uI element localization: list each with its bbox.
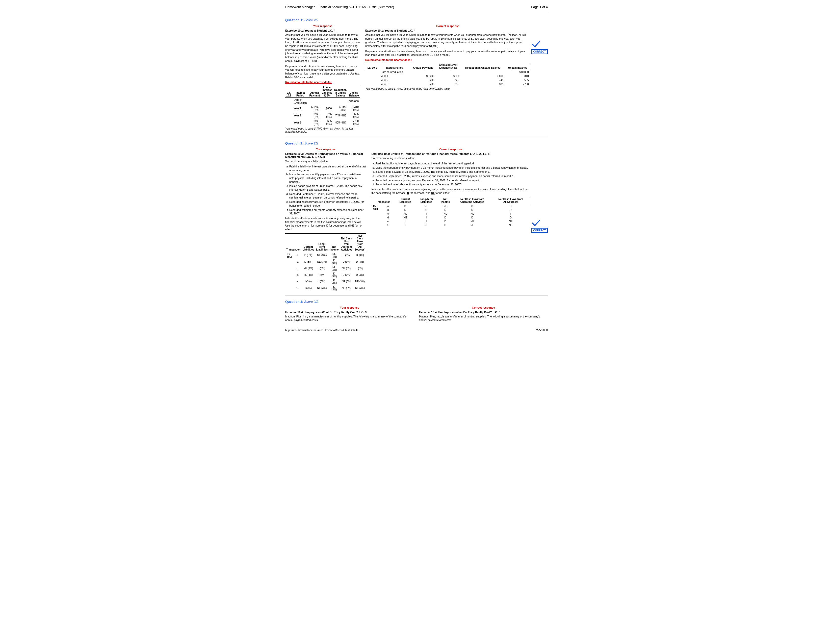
q2-exercise-title-left: Exercise 10.3: Effects of Transactions o… <box>285 152 366 158</box>
divider-2 <box>285 137 548 137</box>
th-current-l: CurrentLiabilities <box>301 233 315 252</box>
th-reduction-r: Reduction in Unpaid Balance <box>460 63 505 70</box>
table-row: Year 2 1490 745 745 8565 <box>365 78 530 82</box>
q3-your-response: Your response Exercise 10.4: Employees—W… <box>285 306 414 324</box>
table-row: Ex.10.3 a. D NE NE D D <box>371 204 530 208</box>
table-row: c. NE (3%) I (3%) NE (3%) NE (3%) I (3%) <box>285 265 366 272</box>
q1-exercise-title-right: Exercise 10.1: You as a Student L.O. 4 <box>365 29 530 32</box>
th-opcash-r: Net Cash Flow fromOperating Activities <box>453 197 491 204</box>
list-item: Recorded necessary adjusting entry on De… <box>289 200 366 207</box>
th-transaction-l: Transaction <box>285 233 301 252</box>
th-allcash-l: Net Cash Flow (fromAll Sources) <box>354 233 367 252</box>
table-row: Year 1 $ 1490 $800 $ 690 9310 <box>365 74 530 78</box>
th-current-r: CurrentLiabilities <box>395 197 415 204</box>
list-item: Issued bonds payable at 98 on March 1, 2… <box>289 184 366 192</box>
q2-heading: Question 2: Score 2/2 <box>285 142 548 145</box>
q1-body-right: Assume that you will have a 10-year, $10… <box>365 33 530 48</box>
table-row: Ex.10.3 a. D (3%) NE (3%) NE (3%) D (3%)… <box>285 252 366 259</box>
q2-columns: Your response Exercise 10.3: Effects of … <box>285 148 548 291</box>
q1-prepare-left: Prepare an amortization schedule showing… <box>285 64 360 79</box>
q1-right-wrapper: Correct response Exercise 10.1: You as a… <box>365 24 548 133</box>
list-item: Recorded estimated six-month warranty ex… <box>289 208 366 216</box>
table-row: Year 3 1490 (8%) 685 (8%) 805 (8%) 7760 … <box>285 119 360 126</box>
q1-round-right: Round amounts to the nearest dollar. <box>365 58 530 61</box>
list-item: Recorded September 1, 2007, interest exp… <box>289 192 366 200</box>
q2-events-list-right: Paid the liability for interest payable … <box>375 162 530 187</box>
page-wrapper: Homework Manager - Financial Accounting … <box>285 5 548 332</box>
footer-url: http://mh7.brownstone.net/modules/viewRe… <box>285 328 358 332</box>
q3-score: Score 2/2 <box>304 300 318 304</box>
table-row: c. NE I NE NE I <box>371 212 530 216</box>
th-allcash-r: Net Cash Flow (fromAll Sources) <box>491 197 530 204</box>
table-row: d. NE I D D D <box>371 216 530 219</box>
q3-correct-label: Correct response <box>419 306 548 309</box>
q1-body-left: Assume that you will have a 10-year, $10… <box>285 33 360 63</box>
top-divider <box>285 14 548 14</box>
q3-columns: Your response Exercise 10.4: Employees—W… <box>285 306 548 324</box>
q3-heading: Question 3: Score 2/2 <box>285 300 548 304</box>
table-row: Year 1 $ 1490 (8%) $800 $ 690 (8%) 9310 … <box>285 105 360 112</box>
th-ex: Ex. 10.1 <box>285 85 292 98</box>
footer-date: 7/25/2008 <box>536 328 548 332</box>
th-longterm-l: Long-TermLiabilities <box>315 233 329 252</box>
correct-badge-q2: CORRECT <box>531 228 548 233</box>
q2-indicate-right: Indicate the effects of each transaction… <box>371 187 530 195</box>
q1-your-response: Your response Exercise 10.1: You as a St… <box>285 24 360 133</box>
q3-exercise-title-right: Exercise 10.4: Employees—What Do They Re… <box>419 311 548 314</box>
checkmark-icon <box>531 40 540 49</box>
th-opcash-l: Net Cash Flow fromOperating Activities <box>339 233 354 252</box>
q1-prepare-right: Prepare an amortization schedule showing… <box>365 50 530 57</box>
th-period-r: Interest Period <box>379 63 410 70</box>
correct-badge-q1: CORRECT <box>531 49 548 54</box>
th-longterm-r: Long-TermLiabilities <box>415 197 437 204</box>
q1-amort-table-right: Ex. 10.1 Interest Period Annual Payment … <box>365 63 530 86</box>
q1-note-right: You would need to save $ 7760, as shown … <box>365 87 530 90</box>
table-row: Date of Graduation $10,000 <box>365 70 530 74</box>
q2-indicate-left: Indicate the effects of each transaction… <box>285 216 366 231</box>
question-3: Question 3: Score 2/2 Your response Exer… <box>285 300 548 324</box>
table-row: d. NE (3%) I (3%) D (3%) D (3%) D (3%) <box>285 272 366 278</box>
page-header: Homework Manager - Financial Accounting … <box>285 5 548 9</box>
page-number: Page 1 of 4 <box>531 5 548 9</box>
th-interest-r: Annual InterestExpense @ 8% <box>436 63 460 70</box>
table-row: Date of Graduation $10,000 <box>285 98 360 105</box>
list-item: Made the current monthly payment on a 12… <box>375 166 530 170</box>
q2-score: Score 2/2 <box>304 142 318 145</box>
checkmark-icon-q2 <box>531 219 540 227</box>
table-row: b. D (3%) NE (3%) D (3%) D (3%) D (3%) <box>285 259 366 265</box>
q3-correct-response: Correct response Exercise 10.4: Employee… <box>419 306 548 324</box>
q2-exercise-title-right: Exercise 10.3: Effects of Transactions o… <box>371 152 530 155</box>
th-payment: Annual Payment <box>308 85 321 98</box>
q2-intro-left: Six events relating to liabilities follo… <box>285 159 366 163</box>
q3-body-left: Magnum Plus, Inc., is a manufacturer of … <box>285 315 414 322</box>
table-row: Year 2 1490 (8%) 745 (8%) 745 (8%) 8565 … <box>285 112 360 119</box>
list-item: Recorded estimated six-month warranty ex… <box>375 183 530 187</box>
th-transaction-r: Transaction <box>371 197 395 204</box>
q2-your-response: Your response Exercise 10.3: Effects of … <box>285 148 366 291</box>
q1-columns: Your response Exercise 10.1: You as a St… <box>285 24 548 133</box>
th-payment-r: Annual Payment <box>410 63 436 70</box>
q1-amort-table-left: Ex. 10.1 Interest Period Annual Payment … <box>285 85 360 126</box>
table-row: e. I (3%) I (3%) D (3%) NE (3%) NE (3%) <box>285 278 366 285</box>
question-1: Question 1: Score 2/2 Your response Exer… <box>285 18 548 133</box>
th-interest: Annual InterestExpense @ 8% <box>321 85 333 98</box>
th-net-l: NetIncome <box>329 233 339 252</box>
th-balance-r: Unpaid Balance <box>505 63 530 70</box>
q1-label: Question 1: <box>285 18 304 22</box>
q3-exercise-title-left: Exercise 10.4: Employees—What Do They Re… <box>285 311 414 314</box>
q2-effects-table-right: Transaction CurrentLiabilities Long-Term… <box>371 197 530 227</box>
page-title: Homework Manager - Financial Accounting … <box>285 5 394 9</box>
q2-check-container: CORRECT <box>531 148 548 233</box>
divider-3 <box>285 295 548 296</box>
q1-your-label: Your response <box>285 24 360 27</box>
q2-intro-right: Six events relating to liabilities follo… <box>371 156 530 160</box>
q1-correct-response: Correct response Exercise 10.1: You as a… <box>365 24 530 90</box>
q2-correct-response: Correct response Exercise 10.3: Effects … <box>371 148 530 227</box>
q1-round-left: Round amounts to the nearest dollar. <box>285 80 360 84</box>
table-row: e. I I D NE NE <box>371 219 530 223</box>
table-row: Year 3 1490 685 805 7760 <box>365 82 530 86</box>
table-row: b. D NE D D D <box>371 208 530 212</box>
list-item: Issued bonds payable at 98 on March 1, 2… <box>375 170 530 174</box>
q1-check-container: CORRECT <box>531 24 548 54</box>
q1-score: Score 2/2 <box>304 18 318 22</box>
